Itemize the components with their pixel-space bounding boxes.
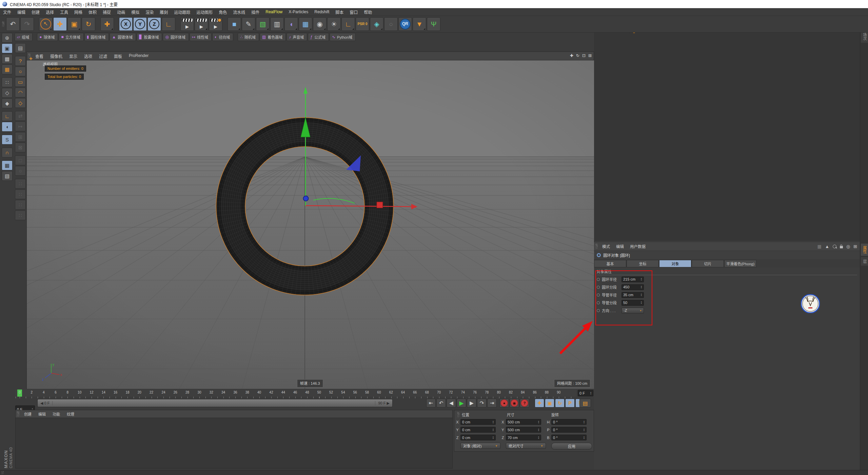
texture-mode-button[interactable]: ▩ xyxy=(2,54,13,64)
enable-axis-button[interactable]: ∟ xyxy=(2,111,13,121)
align-workplane-button[interactable]: ▧ xyxy=(2,171,13,181)
viewport-canvas[interactable]: yxz xyxy=(26,60,595,389)
menu-item[interactable]: 网格 xyxy=(71,8,85,16)
dots-grid-button[interactable]: ∷ xyxy=(15,179,26,189)
last-tool-button[interactable]: ✚ xyxy=(100,17,114,31)
spinner-icon[interactable]: ▲▼ xyxy=(538,436,539,439)
render-settings-button[interactable]: ▶ xyxy=(209,17,222,31)
menu-item[interactable]: 流水线 xyxy=(230,8,248,16)
tweak-mode-button[interactable]: ◖ xyxy=(2,122,13,132)
lock-workplane-button[interactable]: ▦ xyxy=(2,160,13,170)
lock-x-axis-button[interactable]: X xyxy=(119,17,133,31)
tool-slot-button[interactable]: ⇄ xyxy=(15,111,26,121)
tool-slot-button[interactable]: ⊠ xyxy=(15,142,26,152)
attribute-menu-item[interactable]: 编辑 xyxy=(613,243,627,250)
menu-item[interactable]: 运动跟踪 xyxy=(171,8,193,16)
move-tool-button[interactable]: ✚ xyxy=(53,17,67,31)
key-position-button[interactable]: ✚ xyxy=(535,399,544,407)
object-manager[interactable]: └ 圆环 ✓ xyxy=(594,25,860,241)
live-selection-button[interactable]: ○ xyxy=(15,66,26,76)
tool-slot-button[interactable]: ↦ xyxy=(15,121,26,131)
spinner-icon[interactable]: ▲▼ xyxy=(583,428,585,432)
attribute-tab[interactable]: 切片 xyxy=(692,260,724,267)
viewport-menu-item[interactable]: 面板 xyxy=(111,53,125,60)
tool-slot-button[interactable]: ○ xyxy=(15,166,26,176)
spinner-icon[interactable]: ▲▼ xyxy=(590,392,592,395)
coordinate-field[interactable]: 0 ° ▲▼ xyxy=(551,427,587,433)
next-frame-button[interactable]: ▶ xyxy=(467,399,476,407)
workplane-mode-button[interactable]: ▦ xyxy=(2,64,13,74)
menu-item[interactable]: 创建 xyxy=(28,8,43,16)
apply-button[interactable]: 应用 xyxy=(551,443,592,450)
timeline-range-scrubber[interactable]: ◀ 0 F 90 F ▶ xyxy=(37,399,393,407)
dock-tab[interactable]: 层 xyxy=(861,257,868,266)
polygon-selection-button[interactable]: ◇ xyxy=(15,98,26,108)
formula-field-button[interactable]: ƒ 公式域 xyxy=(308,33,329,41)
render-picture-viewer-button[interactable]: ▶ xyxy=(195,17,208,31)
ruler-frame-field[interactable]: 0 F ▲▼ xyxy=(578,390,593,396)
spinner-icon[interactable]: ▲▼ xyxy=(492,436,494,439)
lasso-selection-button[interactable]: ◠ xyxy=(15,88,26,97)
coordinate-system-button[interactable]: ∟ xyxy=(162,17,175,31)
dots-grid-button[interactable]: ∷ xyxy=(15,189,26,199)
tool-slot-button[interactable]: ⊞ xyxy=(15,132,26,142)
material-menu-item[interactable]: 编辑 xyxy=(35,411,49,417)
group-field-button[interactable]: ▱ 组域 xyxy=(15,33,33,41)
orbit-view-icon[interactable]: ↻ xyxy=(576,53,579,58)
lock-z-axis-button[interactable]: Z xyxy=(147,17,161,31)
menu-item[interactable]: 窗口 xyxy=(347,8,361,16)
material-menu-item[interactable]: 功能 xyxy=(49,411,63,417)
qr-button[interactable]: QR xyxy=(398,17,412,31)
add-modeling-button[interactable]: ▥ xyxy=(270,17,284,31)
linear-field-button[interactable]: ↦ 线性域 xyxy=(190,33,212,41)
viewport-solo-button[interactable]: S xyxy=(2,135,13,145)
viewport-menu-item[interactable]: 选项 xyxy=(81,53,96,60)
lock-y-axis-button[interactable]: Y xyxy=(133,17,147,31)
spinner-icon[interactable]: ▲▼ xyxy=(538,428,539,432)
menu-item[interactable]: RealFlow xyxy=(262,9,285,15)
coordinate-field[interactable]: 70 cm ▲▼ xyxy=(506,435,541,440)
coordinate-field[interactable]: 0 ° ▲▼ xyxy=(551,419,587,425)
attribute-menu-item[interactable]: 用户数据 xyxy=(627,243,649,250)
cone-field-button[interactable]: ▲ 圆锥体域 xyxy=(110,33,136,41)
sound-field-button[interactable]: ♪ 声音域 xyxy=(287,33,307,41)
dock-tab[interactable]: 属性 xyxy=(861,244,868,256)
key-parameter-button[interactable]: P xyxy=(565,399,575,407)
attribute-tab[interactable]: 基本 xyxy=(594,260,626,267)
menu-item[interactable]: 渲染 xyxy=(142,8,157,16)
timeline-window-button[interactable]: ▤ xyxy=(579,399,591,407)
spinner-icon[interactable]: ▲▼ xyxy=(538,420,539,424)
spinner-icon[interactable]: ▲▼ xyxy=(492,420,494,424)
menu-item[interactable]: 体积 xyxy=(85,8,100,16)
add-cube-button[interactable]: ■ xyxy=(228,17,241,31)
points-mode-button[interactable]: ∷ xyxy=(2,77,13,87)
attribute-tab[interactable]: 平滑着色(Phong) xyxy=(724,260,756,267)
realflow-rig-button[interactable]: Ψ xyxy=(427,17,440,31)
objects-chart-button[interactable]: ▤ xyxy=(15,43,26,53)
add-camera-button[interactable]: ◉ xyxy=(313,17,327,31)
dots-grid-button[interactable]: ∷ xyxy=(15,200,26,210)
viewport-menu-item[interactable]: 过滤 xyxy=(96,53,111,60)
menu-item[interactable]: 编辑 xyxy=(14,8,28,16)
add-spline-button[interactable]: ✎ xyxy=(242,17,255,31)
spinner-icon[interactable]: ▲▼ xyxy=(492,428,494,432)
psr-zero-button[interactable]: PSR 0 xyxy=(356,17,369,31)
menu-item[interactable]: 帮助 xyxy=(361,8,375,16)
radial-field-button[interactable]: ◐ 径向域 xyxy=(212,33,233,41)
spinner-icon[interactable]: ▲▼ xyxy=(583,420,585,424)
attribute-menu-item[interactable]: 模式 xyxy=(599,243,613,250)
material-menu-item[interactable]: 纹理 xyxy=(63,411,78,417)
record-objects-button[interactable]: ● xyxy=(499,399,509,407)
timeline-ruler[interactable]: 0246810121416182022242628303234363840424… xyxy=(15,390,576,397)
live-selection-tool-button[interactable]: ↖ xyxy=(39,17,53,31)
tool-slot-button[interactable]: □ xyxy=(15,155,26,165)
key-rotation-button[interactable]: ↻ xyxy=(555,399,565,407)
viewport-menu-item[interactable]: 查看 xyxy=(32,53,47,60)
menu-item[interactable]: 工具 xyxy=(57,8,71,16)
workplane-axis-button[interactable]: ∟ xyxy=(341,17,355,31)
goto-start-button[interactable]: ⇤ xyxy=(426,399,436,407)
material-menu-item[interactable]: 创建 xyxy=(21,411,35,417)
menu-item[interactable]: 雕刻 xyxy=(157,8,171,16)
add-icon[interactable]: ⊞ xyxy=(853,244,857,249)
key-scale-button[interactable]: ▣ xyxy=(545,399,554,407)
